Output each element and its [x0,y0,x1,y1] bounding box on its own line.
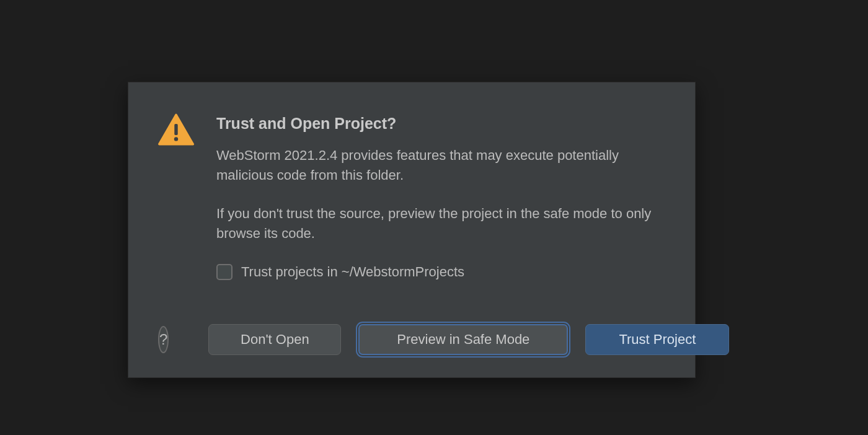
help-button[interactable]: ? [158,326,169,353]
preview-safe-mode-button[interactable]: Preview in Safe Mode [358,324,568,355]
trust-folder-checkbox[interactable] [216,264,232,280]
dont-open-button[interactable]: Don't Open [208,324,341,355]
help-icon: ? [159,331,167,348]
trust-project-dialog: Trust and Open Project? WebStorm 2021.2.… [128,82,696,378]
dialog-footer: ? Don't Open Preview in Safe Mode Trust … [158,324,665,355]
dialog-paragraph-1: WebStorm 2021.2.4 provides features that… [216,146,663,185]
trust-project-button[interactable]: Trust Project [585,324,729,355]
dialog-title: Trust and Open Project? [216,112,665,134]
svg-point-1 [174,137,178,141]
trust-folder-checkbox-row[interactable]: Trust projects in ~/WebstormProjects [216,262,665,282]
warning-icon [158,113,194,146]
trust-folder-checkbox-label: Trust projects in ~/WebstormProjects [241,262,464,282]
dialog-body: Trust and Open Project? WebStorm 2021.2.… [158,112,665,282]
dialog-content: Trust and Open Project? WebStorm 2021.2.… [216,112,665,282]
svg-rect-0 [174,124,177,135]
dialog-paragraph-2: If you don't trust the source, preview t… [216,204,663,244]
